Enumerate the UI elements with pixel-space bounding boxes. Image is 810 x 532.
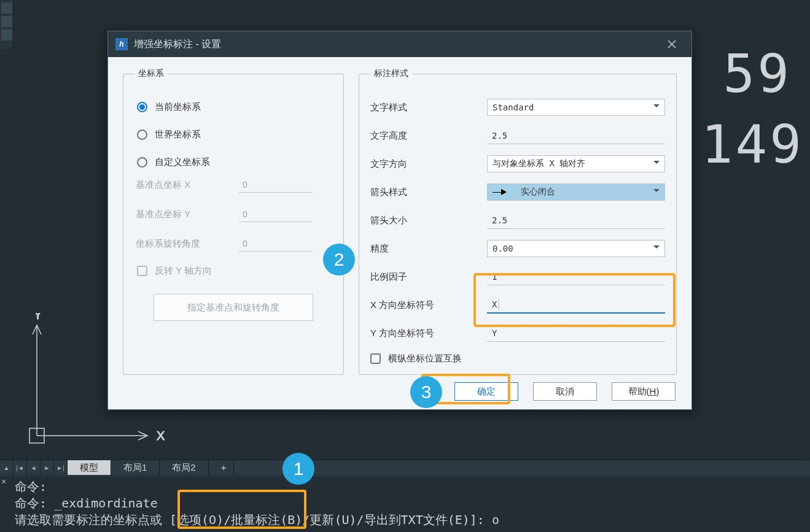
tab-layout1[interactable]: 布局1 bbox=[111, 460, 160, 475]
base-y-input bbox=[239, 206, 313, 222]
tool-icon[interactable] bbox=[1, 2, 12, 13]
ucs-y-label: Y bbox=[34, 313, 42, 322]
radio-icon bbox=[137, 102, 147, 112]
coord-system-legend: 坐标系 bbox=[134, 68, 168, 79]
text-dir-select[interactable]: 与对象坐标系 X 轴对齐 bbox=[487, 155, 665, 172]
settings-dialog: h 增强坐标标注 - 设置 坐标系 当前坐标系 世界坐标系 自定义坐标系 bbox=[107, 31, 692, 410]
radio-label: 自定义坐标系 bbox=[155, 156, 210, 168]
rotation-input bbox=[239, 236, 313, 252]
tab-nav-first[interactable]: |◄ bbox=[14, 460, 27, 475]
scale-input[interactable]: 1 bbox=[487, 268, 665, 285]
tab-add[interactable]: + bbox=[209, 460, 234, 475]
swap-xy-checkbox[interactable]: 横纵坐标位置互换 bbox=[370, 353, 665, 364]
text-dir-label: 文字方向 bbox=[370, 158, 487, 170]
radio-label: 世界坐标系 bbox=[155, 129, 201, 141]
y-symbol-label: Y 方向坐标符号 bbox=[370, 328, 487, 339]
tab-model[interactable]: 模型 bbox=[68, 460, 111, 475]
base-x-label: 基准点坐标 X bbox=[136, 179, 222, 191]
close-button[interactable] bbox=[660, 31, 684, 57]
flip-y-checkbox: 反转 Y 轴方向 bbox=[137, 265, 332, 277]
arrow-style-label: 箭头样式 bbox=[370, 187, 487, 198]
tab-nav-prev[interactable]: ◄ bbox=[27, 460, 41, 475]
y-symbol-input[interactable]: Y bbox=[487, 325, 665, 342]
cmd-history-line: 命令: bbox=[15, 479, 806, 495]
cmd-close-icon[interactable]: ✕ bbox=[1, 476, 11, 486]
left-toolbar bbox=[0, 0, 14, 49]
text-style-label: 文字样式 bbox=[370, 102, 487, 114]
tab-layout2[interactable]: 布局2 bbox=[160, 460, 208, 475]
radio-current-cs[interactable]: 当前坐标系 bbox=[137, 101, 332, 113]
close-icon bbox=[667, 39, 677, 49]
text-height-input[interactable]: 2.5 bbox=[487, 127, 665, 144]
base-y-label: 基准点坐标 Y bbox=[136, 209, 222, 220]
dialog-titlebar[interactable]: h 增强坐标标注 - 设置 bbox=[108, 31, 691, 57]
cmd-prompt-line[interactable]: 请选取需要标注的坐标点或 [选项(O)/批量标注(B)/更新(U)/导出到TXT… bbox=[15, 512, 806, 528]
command-panel: ✕ 命令: 命令: _exdimordinate 请选取需要标注的坐标点或 [选… bbox=[0, 476, 810, 532]
precision-select[interactable]: 0.00 bbox=[487, 240, 665, 257]
radio-label: 当前坐标系 bbox=[155, 101, 201, 113]
precision-label: 精度 bbox=[370, 243, 487, 255]
bg-number: 59 bbox=[723, 43, 792, 104]
callout-1: 1 bbox=[282, 453, 314, 485]
arrow-size-label: 箭头大小 bbox=[370, 215, 487, 226]
tool-icon[interactable] bbox=[1, 29, 12, 40]
dialog-title: 增强坐标标注 - 设置 bbox=[134, 38, 221, 51]
text-style-select[interactable]: Standard bbox=[487, 99, 665, 116]
coord-system-group: 坐标系 当前坐标系 世界坐标系 自定义坐标系 基准点坐标 X 基准点坐标 Y bbox=[123, 68, 344, 375]
radio-icon bbox=[137, 157, 147, 168]
x-symbol-input[interactable]: X bbox=[487, 296, 665, 314]
scale-label: 比例因子 bbox=[370, 271, 487, 283]
ok-button[interactable]: 确定 bbox=[454, 382, 518, 401]
cancel-button[interactable]: 取消 bbox=[533, 382, 597, 401]
checkbox-label: 横纵坐标位置互换 bbox=[388, 353, 462, 364]
radio-custom-cs[interactable]: 自定义坐标系 bbox=[137, 156, 332, 168]
help-button[interactable]: 帮助(H) bbox=[612, 382, 676, 401]
pick-base-button: 指定基准点和旋转角度 bbox=[154, 294, 313, 321]
arrow-icon bbox=[501, 189, 510, 195]
bg-number: 149 bbox=[701, 114, 804, 175]
arrow-style-select[interactable]: 实心闭合 bbox=[487, 183, 665, 201]
tool-icon[interactable] bbox=[1, 16, 12, 27]
dialog-buttons: 确定 取消 帮助(H) bbox=[454, 382, 676, 401]
text-height-label: 文字高度 bbox=[370, 130, 487, 142]
callout-3: 3 bbox=[410, 376, 442, 408]
callout-2: 2 bbox=[323, 244, 355, 276]
base-x-input bbox=[239, 177, 313, 193]
dim-style-group: 标注样式 文字样式 Standard 文字高度 2.5 文字方向 与对象坐标系 … bbox=[359, 68, 677, 375]
layout-tabs: ▲ |◄ ◄ ► ►| 模型 布局1 布局2 + bbox=[0, 460, 810, 476]
radio-world-cs[interactable]: 世界坐标系 bbox=[137, 129, 332, 141]
checkbox-icon bbox=[137, 266, 147, 276]
x-symbol-label: X 方向坐标符号 bbox=[370, 299, 487, 311]
tab-nav-next[interactable]: ► bbox=[41, 460, 54, 475]
rotation-label: 坐标系旋转角度 bbox=[136, 238, 222, 250]
checkbox-icon bbox=[370, 353, 381, 364]
cmd-history-line: 命令: _exdimordinate bbox=[15, 495, 806, 512]
tab-nav-up[interactable]: ▲ bbox=[0, 460, 14, 475]
app-icon: h bbox=[115, 38, 128, 50]
tab-nav-last[interactable]: ►| bbox=[54, 460, 68, 475]
dim-style-legend: 标注样式 bbox=[370, 68, 412, 79]
arrow-size-input[interactable]: 2.5 bbox=[487, 212, 665, 229]
ucs-x-label: X bbox=[157, 429, 165, 442]
checkbox-label: 反转 Y 轴方向 bbox=[155, 265, 212, 277]
radio-icon bbox=[137, 129, 147, 140]
